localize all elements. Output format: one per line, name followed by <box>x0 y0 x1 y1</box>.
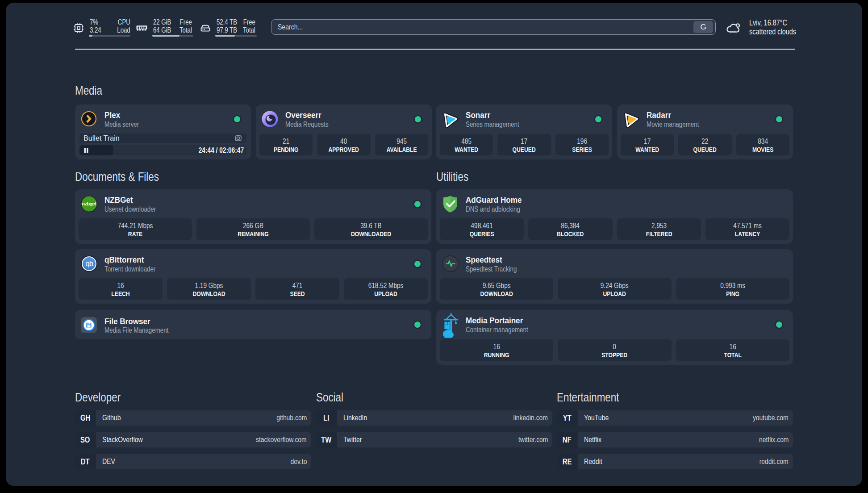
svg-text:nzbget: nzbget <box>82 201 96 206</box>
svg-text:qb: qb <box>85 259 93 268</box>
